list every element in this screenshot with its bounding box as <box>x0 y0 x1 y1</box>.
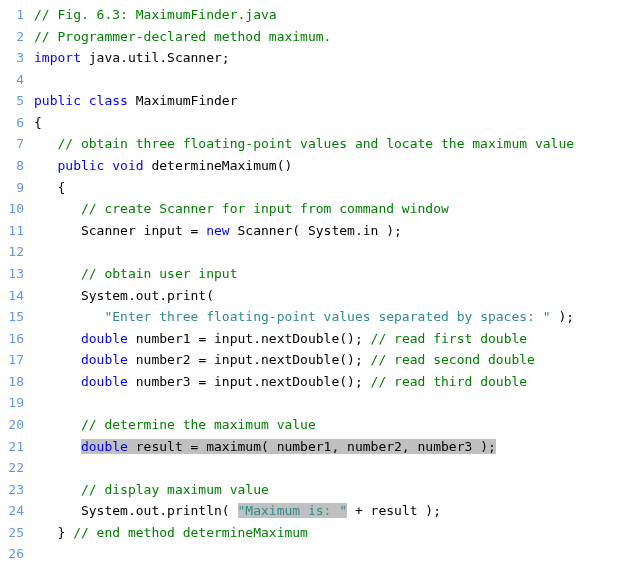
token: // determine the maximum value <box>81 417 316 432</box>
token <box>81 93 89 108</box>
token: public <box>34 93 81 108</box>
code-content: { <box>34 112 42 134</box>
line-number: 14 <box>0 285 34 307</box>
token: java.util.Scanner; <box>81 50 230 65</box>
line-number: 9 <box>0 177 34 199</box>
line-number: 13 <box>0 263 34 285</box>
line-number: 17 <box>0 349 34 371</box>
line-number: 8 <box>0 155 34 177</box>
code-line: 21 double result = maximum( number1, num… <box>0 436 644 458</box>
code-content: { <box>34 177 65 199</box>
code-content: } // end method determineMaximum <box>34 522 308 544</box>
token: result = maximum( number1, number2, numb… <box>128 439 496 454</box>
code-line: 12 <box>0 241 644 263</box>
code-content: public void determineMaximum() <box>34 155 292 177</box>
code-content: double number1 = input.nextDouble(); // … <box>34 328 527 350</box>
code-content: double number2 = input.nextDouble(); // … <box>34 349 535 371</box>
line-number: 16 <box>0 328 34 350</box>
token: determineMaximum() <box>144 158 293 173</box>
line-number: 3 <box>0 47 34 69</box>
token: double <box>81 331 128 346</box>
token: // read first double <box>371 331 528 346</box>
token: System.out.println( <box>81 503 238 518</box>
line-number: 1 <box>0 4 34 26</box>
code-line: 1// Fig. 6.3: MaximumFinder.java <box>0 4 644 26</box>
line-number: 21 <box>0 436 34 458</box>
code-content: double result = maximum( number1, number… <box>34 436 496 458</box>
token: // end method determineMaximum <box>73 525 308 540</box>
token: import <box>34 50 81 65</box>
token: class <box>89 93 128 108</box>
token: number1 = input.nextDouble(); <box>128 331 371 346</box>
token: double <box>81 439 128 454</box>
code-line: 25 } // end method determineMaximum <box>0 522 644 544</box>
token: ); <box>551 309 574 324</box>
code-content: // obtain user input <box>34 263 238 285</box>
code-line: 19 <box>0 392 644 414</box>
line-number: 15 <box>0 306 34 328</box>
code-line: 18 double number3 = input.nextDouble(); … <box>0 371 644 393</box>
token: number2 = input.nextDouble(); <box>128 352 371 367</box>
token: double <box>81 352 128 367</box>
line-number: 26 <box>0 543 34 565</box>
code-line: 24 System.out.println( "Maximum is: " + … <box>0 500 644 522</box>
line-number: 25 <box>0 522 34 544</box>
code-content: System.out.print( <box>34 285 214 307</box>
code-line: 8 public void determineMaximum() <box>0 155 644 177</box>
code-line: 23 // display maximum value <box>0 479 644 501</box>
token: number3 = input.nextDouble(); <box>128 374 371 389</box>
code-line: 20 // determine the maximum value <box>0 414 644 436</box>
code-content: "Enter three floating-point values separ… <box>34 306 574 328</box>
code-line: 9 { <box>0 177 644 199</box>
token: "Maximum is: " <box>238 503 348 518</box>
code-line: 26 <box>0 543 644 565</box>
code-listing: 1// Fig. 6.3: MaximumFinder.java2// Prog… <box>0 4 644 565</box>
code-content: // display maximum value <box>34 479 269 501</box>
token: System.out.print( <box>81 288 214 303</box>
token: MaximumFinder <box>128 93 238 108</box>
line-number: 19 <box>0 392 34 414</box>
code-content: double number3 = input.nextDouble(); // … <box>34 371 527 393</box>
token: Scanner( System.in ); <box>230 223 402 238</box>
line-number: 22 <box>0 457 34 479</box>
line-number: 7 <box>0 133 34 155</box>
code-line: 6{ <box>0 112 644 134</box>
token: // read second double <box>371 352 535 367</box>
token: "Enter three floating-point values separ… <box>104 309 550 324</box>
token: + result ); <box>347 503 441 518</box>
line-number: 11 <box>0 220 34 242</box>
code-line: 14 System.out.print( <box>0 285 644 307</box>
code-content: import java.util.Scanner; <box>34 47 230 69</box>
line-number: 10 <box>0 198 34 220</box>
code-line: 16 double number1 = input.nextDouble(); … <box>0 328 644 350</box>
code-line: 13 // obtain user input <box>0 263 644 285</box>
token: // Fig. 6.3: MaximumFinder.java <box>34 7 277 22</box>
token: // obtain user input <box>81 266 238 281</box>
code-content: // obtain three floating-point values an… <box>34 133 574 155</box>
line-number: 24 <box>0 500 34 522</box>
code-content: public class MaximumFinder <box>34 90 238 112</box>
code-content: Scanner input = new Scanner( System.in )… <box>34 220 402 242</box>
code-line: 7 // obtain three floating-point values … <box>0 133 644 155</box>
token: // obtain three floating-point values an… <box>57 136 574 151</box>
code-content: // Programmer-declared method maximum. <box>34 26 331 48</box>
token: // create Scanner for input from command… <box>81 201 449 216</box>
line-number: 4 <box>0 69 34 91</box>
code-content: // determine the maximum value <box>34 414 316 436</box>
token: { <box>34 115 42 130</box>
line-number: 2 <box>0 26 34 48</box>
token: new <box>206 223 229 238</box>
line-number: 23 <box>0 479 34 501</box>
code-content: // create Scanner for input from command… <box>34 198 449 220</box>
code-line: 3import java.util.Scanner; <box>0 47 644 69</box>
token: // read third double <box>371 374 528 389</box>
code-line: 22 <box>0 457 644 479</box>
line-number: 6 <box>0 112 34 134</box>
line-number: 18 <box>0 371 34 393</box>
line-number: 5 <box>0 90 34 112</box>
code-content: // Fig. 6.3: MaximumFinder.java <box>34 4 277 26</box>
code-line: 15 "Enter three floating-point values se… <box>0 306 644 328</box>
code-line: 11 Scanner input = new Scanner( System.i… <box>0 220 644 242</box>
line-number: 20 <box>0 414 34 436</box>
code-line: 4 <box>0 69 644 91</box>
